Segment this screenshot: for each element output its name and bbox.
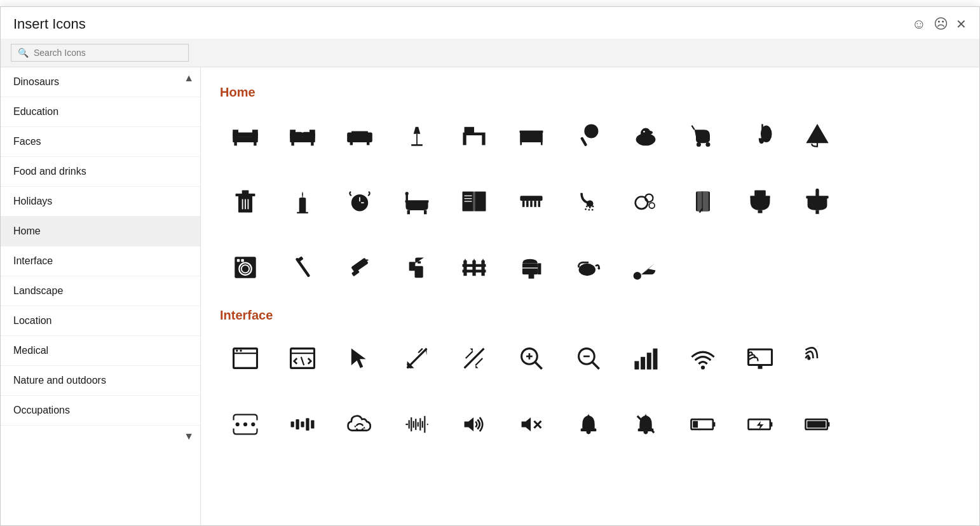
sidebar-item-interface[interactable]: Interface (1, 246, 200, 276)
icon-rattle[interactable] (563, 110, 614, 161)
icon-pause-more[interactable] (277, 399, 328, 450)
icon-code-dots[interactable] (220, 399, 271, 450)
icon-desk[interactable] (449, 110, 500, 161)
svg-rect-184 (581, 429, 597, 431)
svg-rect-156 (749, 349, 772, 365)
svg-rect-91 (754, 190, 766, 196)
icon-book[interactable] (449, 176, 500, 227)
icon-baby-crib[interactable] (506, 110, 557, 161)
section-title-home: Home (220, 85, 960, 100)
sidebar-scroll-down[interactable]: ▼ (184, 431, 194, 442)
svg-marker-141 (475, 365, 478, 368)
svg-rect-89 (697, 192, 709, 212)
icon-wireless-signal[interactable] (792, 333, 843, 384)
icon-comb[interactable] (506, 176, 557, 227)
svg-rect-2 (233, 130, 238, 138)
smiley-happy-button[interactable]: ☺ (912, 17, 926, 31)
icon-volume[interactable] (449, 399, 500, 450)
icon-floor-lamp[interactable] (391, 110, 442, 161)
icon-zoom-out[interactable] (563, 333, 614, 384)
svg-rect-74 (526, 201, 529, 207)
icon-wifi[interactable] (677, 333, 728, 384)
icon-toilet[interactable] (735, 176, 786, 227)
icon-mute[interactable] (506, 399, 557, 450)
home-icons-row1 (220, 110, 960, 161)
icon-zoom-in[interactable] (506, 333, 557, 384)
sidebar-item-education[interactable]: Education (1, 97, 200, 127)
icon-toothbrush[interactable] (277, 242, 328, 293)
smiley-sad-button[interactable]: ☹ (934, 17, 948, 31)
svg-point-87 (649, 203, 655, 208)
sidebar-item-medical[interactable]: Medical (1, 336, 200, 366)
svg-point-81 (592, 206, 594, 208)
sidebar-item-occupations[interactable]: Occupations (1, 396, 200, 426)
icon-sofa[interactable] (334, 110, 385, 161)
sidebar-item-home[interactable]: Home (1, 217, 200, 246)
icon-sink[interactable] (792, 176, 843, 227)
icon-bathtub[interactable] (391, 176, 442, 227)
icon-recycle-bin[interactable] (792, 110, 843, 161)
icon-cursor[interactable] (334, 333, 385, 384)
sidebar-scroll-up[interactable]: ▲ (184, 72, 194, 84)
svg-point-44 (761, 126, 772, 142)
svg-line-149 (592, 362, 599, 369)
icon-mop-bucket[interactable] (735, 110, 786, 161)
icon-audio-wave[interactable] (391, 399, 442, 450)
sidebar-item-faces[interactable]: Faces (1, 127, 200, 157)
icon-resize-shrink[interactable] (449, 333, 500, 384)
close-button[interactable]: ✕ (956, 18, 967, 30)
svg-rect-100 (241, 259, 243, 262)
icon-battery-charging[interactable] (735, 399, 786, 450)
svg-rect-165 (301, 422, 304, 428)
icon-watering-can[interactable] (563, 242, 614, 293)
icon-tube[interactable] (334, 242, 385, 293)
svg-rect-110 (463, 260, 466, 276)
sidebar-item-nature[interactable]: Nature and outdoors (1, 366, 200, 396)
sidebar-item-location[interactable]: Location (1, 306, 200, 336)
icon-toilet-paper[interactable] (677, 176, 728, 227)
icon-rubber-duck[interactable] (620, 110, 671, 161)
icon-battery-full[interactable] (792, 399, 843, 450)
icon-stroller[interactable] (677, 110, 728, 161)
icon-screen-cast[interactable] (735, 333, 786, 384)
icon-battery-low[interactable] (677, 399, 728, 450)
icon-window[interactable] (220, 333, 271, 384)
icon-code[interactable] (277, 333, 328, 384)
icon-double-bed[interactable] (277, 110, 328, 161)
svg-rect-55 (297, 212, 308, 213)
icon-alarm-clock[interactable] (334, 176, 385, 227)
svg-rect-130 (291, 349, 315, 368)
svg-rect-53 (299, 199, 306, 213)
icon-candle[interactable] (277, 176, 328, 227)
svg-rect-116 (522, 263, 538, 274)
icon-bell[interactable] (563, 399, 614, 450)
icon-resize-expand[interactable] (391, 333, 442, 384)
svg-point-128 (236, 349, 238, 352)
svg-marker-143 (470, 349, 472, 351)
icon-wheelbarrow[interactable] (620, 242, 671, 293)
icon-mailbox[interactable] (506, 242, 557, 293)
svg-point-65 (405, 192, 409, 195)
icon-washing-machine[interactable] (220, 242, 271, 293)
svg-rect-30 (520, 131, 543, 133)
icon-trash[interactable] (220, 176, 271, 227)
sidebar-item-landscape[interactable]: Landscape (1, 276, 200, 306)
sidebar: ▲ Dinosaurs Education Faces Food and dri… (1, 67, 201, 525)
icon-bubbles[interactable] (620, 176, 671, 227)
svg-rect-164 (296, 419, 299, 429)
icon-cloud-sync[interactable] (334, 399, 385, 450)
svg-rect-154 (653, 349, 657, 370)
svg-rect-22 (411, 144, 423, 146)
svg-point-79 (586, 206, 588, 208)
icon-single-bed[interactable] (220, 110, 271, 161)
icon-shower[interactable] (563, 176, 614, 227)
icon-signal-bars[interactable] (620, 333, 671, 384)
icon-fence[interactable] (449, 242, 500, 293)
icon-bell-off[interactable] (620, 399, 671, 450)
sidebar-item-dinosaurs[interactable]: Dinosaurs (1, 67, 200, 97)
svg-rect-118 (529, 274, 534, 279)
sidebar-item-holidays[interactable]: Holidays (1, 187, 200, 217)
search-input[interactable] (34, 48, 174, 58)
icon-spray-bottle[interactable] (391, 242, 442, 293)
sidebar-item-food-drinks[interactable]: Food and drinks (1, 157, 200, 187)
